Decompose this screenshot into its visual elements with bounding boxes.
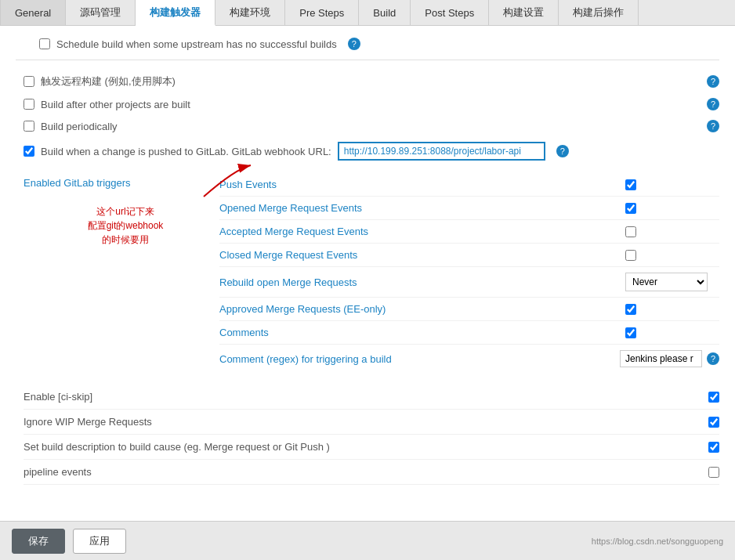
after-other-checkbox[interactable]	[24, 99, 34, 110]
ci-skip-row: Enable [ci-skip]	[24, 385, 719, 410]
webhook-help-icon[interactable]: ?	[556, 145, 569, 157]
tab-post-build[interactable]: 构建后操作	[559, 0, 639, 25]
save-button[interactable]: 保存	[12, 529, 65, 554]
periodically-checkbox[interactable]	[24, 121, 34, 132]
closed-merge-control	[625, 250, 719, 261]
triggers-left: Enabled GitLab triggers 这个url记下来配置git的we…	[24, 173, 212, 373]
schedule-checkbox[interactable]	[39, 38, 50, 49]
comments-checkbox[interactable]	[625, 327, 636, 338]
annotation-text: 这个url记下来配置git的webhook的时候要用	[39, 204, 212, 247]
accepted-merge-label: Accepted Merge Request Events	[219, 226, 625, 237]
bottom-section: Enable [ci-skip] Ignore WIP Merge Reques…	[16, 385, 719, 485]
footer-url: https://blog.csdn.net/songguopeng	[592, 537, 723, 546]
annotation-arrow-icon	[196, 161, 259, 201]
comment-regex-help-icon[interactable]: ?	[707, 352, 719, 365]
remote-trigger-label: 触发远程构建 (例如,使用脚本)	[41, 74, 176, 89]
enabled-gitlab-label: Enabled GitLab triggers	[24, 177, 212, 189]
apply-button[interactable]: 应用	[73, 529, 126, 554]
pipeline-label: pipeline events	[24, 466, 701, 478]
triggers-right: Push Events Opened Merge Request Events …	[212, 173, 719, 373]
schedule-label: Schedule build when some upstream has no…	[56, 38, 337, 50]
periodically-help-icon[interactable]: ?	[707, 120, 719, 132]
pipeline-checkbox[interactable]	[708, 467, 719, 478]
ci-skip-label: Enable [ci-skip]	[24, 391, 701, 403]
build-desc-label: Set build description to build cause (eg…	[24, 441, 701, 453]
webhook-label: Build when a change is pushed to GitLab.…	[41, 146, 331, 157]
approved-merge-row: Approved Merge Requests (EE-only)	[219, 298, 719, 321]
comment-regex-label: Comment (regex) for triggering a build	[219, 353, 620, 365]
tab-build[interactable]: Build	[359, 0, 411, 25]
tab-general[interactable]: General	[0, 0, 66, 25]
rebuild-merge-row: Rebuild open Merge Requests Never On pus…	[219, 267, 719, 298]
opened-merge-label: Opened Merge Request Events	[219, 202, 625, 214]
tab-bar: General 源码管理 构建触发器 构建环境 Pre Steps Build …	[0, 0, 735, 26]
closed-merge-checkbox[interactable]	[625, 250, 636, 261]
closed-merge-label: Closed Merge Request Events	[219, 249, 625, 261]
rebuild-merge-select[interactable]: Never On push to source branch On push t…	[625, 273, 708, 291]
build-desc-row: Set build description to build cause (eg…	[24, 435, 719, 460]
push-events-row: Push Events	[219, 173, 719, 197]
push-events-checkbox[interactable]	[625, 179, 636, 190]
push-events-label: Push Events	[219, 179, 625, 190]
ci-skip-checkbox[interactable]	[708, 392, 719, 403]
pipeline-row: pipeline events	[24, 460, 719, 485]
after-other-help-icon[interactable]: ?	[707, 98, 719, 110]
approved-merge-label: Approved Merge Requests (EE-only)	[219, 303, 625, 315]
wip-merge-checkbox[interactable]	[708, 417, 719, 428]
approved-merge-control	[625, 304, 719, 315]
closed-merge-row: Closed Merge Request Events	[219, 244, 719, 267]
opened-merge-row: Opened Merge Request Events	[219, 197, 719, 220]
tab-build-env[interactable]: 构建环境	[215, 0, 285, 25]
footer-bar: 保存 应用 https://blog.csdn.net/songguopeng	[0, 521, 735, 560]
main-content: Schedule build when some upstream has no…	[0, 26, 735, 521]
after-other-label: Build after other projects are built	[41, 99, 190, 110]
comment-regex-row: Comment (regex) for triggering a build ?	[219, 345, 719, 373]
comments-row: Comments	[219, 321, 719, 345]
periodically-label: Build periodically	[41, 121, 118, 132]
remote-trigger-checkbox[interactable]	[24, 76, 34, 87]
opened-merge-checkbox[interactable]	[625, 203, 636, 214]
push-events-control	[625, 179, 719, 190]
comments-label: Comments	[219, 327, 625, 338]
tab-source-management[interactable]: 源码管理	[66, 0, 136, 25]
wip-merge-label: Ignore WIP Merge Requests	[24, 416, 701, 428]
rebuild-merge-control: Never On push to source branch On push t…	[625, 273, 719, 291]
schedule-help-icon[interactable]: ?	[348, 38, 360, 50]
webhook-url-input[interactable]	[338, 142, 545, 161]
accepted-merge-checkbox[interactable]	[625, 226, 636, 237]
tab-build-trigger[interactable]: 构建触发器	[136, 0, 215, 26]
rebuild-merge-label: Rebuild open Merge Requests	[219, 276, 625, 288]
tab-build-settings[interactable]: 构建设置	[489, 0, 559, 25]
build-desc-checkbox[interactable]	[708, 442, 719, 453]
webhook-checkbox[interactable]	[24, 146, 34, 157]
webhook-row: Build when a change is pushed to GitLab.…	[16, 137, 719, 165]
tab-pre-steps[interactable]: Pre Steps	[285, 0, 359, 25]
schedule-row: Schedule build when some upstream has no…	[16, 38, 719, 60]
accepted-merge-row: Accepted Merge Request Events	[219, 220, 719, 244]
triggers-section: Enabled GitLab triggers 这个url记下来配置git的we…	[16, 173, 719, 373]
after-other-row: Build after other projects are built ?	[16, 93, 719, 115]
wip-merge-row: Ignore WIP Merge Requests	[24, 410, 719, 435]
remote-trigger-row: 触发远程构建 (例如,使用脚本) ?	[16, 70, 719, 93]
comments-control	[625, 327, 719, 338]
opened-merge-control	[625, 203, 719, 214]
remote-trigger-help-icon[interactable]: ?	[707, 75, 719, 88]
approved-merge-checkbox[interactable]	[625, 304, 636, 315]
periodically-row: Build periodically ?	[16, 115, 719, 137]
comment-regex-input[interactable]	[620, 350, 702, 367]
tab-post-steps[interactable]: Post Steps	[411, 0, 489, 25]
comment-regex-control: ?	[620, 350, 719, 367]
accepted-merge-control	[625, 226, 719, 237]
